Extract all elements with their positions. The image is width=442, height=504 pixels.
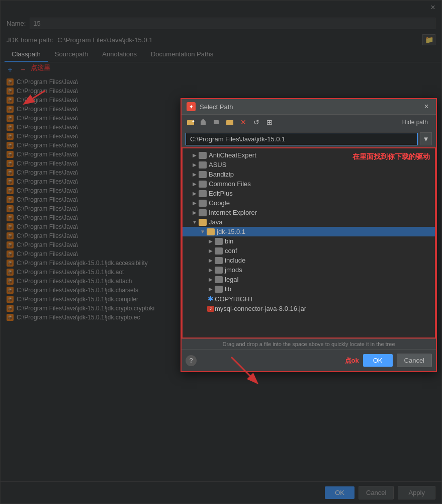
sp-ok-button[interactable]: OK: [363, 354, 393, 367]
tree-arrow-icon: ▶: [191, 152, 199, 158]
folder-icon: [199, 190, 207, 197]
sp-toolbar: + ✕ ↺ ⊞ Hide path: [182, 115, 436, 130]
folder-icon: [215, 276, 223, 283]
sp-reload-button[interactable]: ↺: [251, 117, 262, 128]
tree-arrow-icon: ▶: [191, 191, 199, 196]
sp-hide-path-button[interactable]: Hide path: [398, 118, 432, 127]
tree-item-ie[interactable]: ▶ Internet Explorer: [183, 208, 435, 217]
sp-buttons-row: ? 点ok OK Cancel: [182, 349, 436, 371]
svg-text:+: +: [192, 119, 195, 124]
tree-item-mysql-jar[interactable]: J mysql-connector-java-8.0.16.jar: [183, 304, 435, 313]
folder-icon: [199, 152, 207, 159]
tree-arrow-icon: ▶: [191, 210, 199, 215]
sp-expand-button[interactable]: ⊞: [264, 117, 275, 128]
folder-icon: [215, 247, 223, 255]
folder-icon: [199, 161, 207, 169]
folder-icon: [215, 286, 223, 293]
sp-close-button[interactable]: ×: [422, 102, 431, 111]
sp-delete-button[interactable]: ✕: [238, 117, 249, 128]
folder-icon: [215, 257, 223, 264]
folder-icon: [199, 171, 207, 178]
tree-arrow-icon: ▶: [207, 277, 215, 282]
tree-item-legal[interactable]: ▶ legal: [183, 275, 435, 284]
sp-up-button[interactable]: [199, 117, 210, 128]
sp-file-tree[interactable]: 在里面找到你下载的驱动 ▶ AntiCheatExpert ▶ ASUS ▶ B…: [182, 147, 436, 339]
tree-arrow-expand-icon: ▼: [191, 219, 199, 225]
sp-refresh-button[interactable]: [212, 117, 223, 128]
folder-icon: [207, 228, 215, 235]
sp-path-bar: ▼: [182, 130, 436, 147]
sp-help-button[interactable]: ?: [186, 355, 197, 366]
tree-item-common-files[interactable]: ▶ Common Files: [183, 179, 435, 189]
svg-rect-5: [226, 120, 233, 125]
sp-path-input[interactable]: [186, 133, 418, 145]
sp-open-button[interactable]: [225, 117, 236, 128]
folder-icon: [199, 200, 207, 207]
sp-title-text: Select Path: [200, 103, 418, 111]
sp-path-dropdown-button[interactable]: ▼: [420, 132, 432, 145]
tree-item-editplus[interactable]: ▶ EditPlus: [183, 189, 435, 198]
tree-item-java[interactable]: ▼ Java: [183, 217, 435, 227]
folder-icon: [215, 267, 223, 274]
folder-icon: [199, 219, 207, 226]
tree-item-include[interactable]: ▶ include: [183, 256, 435, 265]
ok-hint-label: 点ok: [345, 356, 359, 365]
tree-arrow-icon: ▶: [207, 267, 215, 273]
folder-icon: [199, 181, 207, 188]
sp-cancel-button[interactable]: Cancel: [397, 354, 432, 367]
select-path-dialog: ✦ Select Path × + ✕ ↺ ⊞ Hide path: [181, 98, 437, 372]
tree-arrow-expand-icon: ▼: [199, 229, 207, 234]
tree-arrow-icon: ▶: [191, 200, 199, 206]
tree-item-copyright[interactable]: ✱ COPYRIGHT: [183, 294, 435, 304]
tree-item-lib[interactable]: ▶ lib: [183, 284, 435, 294]
tree-arrow-icon: ▶: [191, 172, 199, 177]
tree-item-jmods[interactable]: ▶ jmods: [183, 265, 435, 275]
tree-arrow-icon: ▶: [207, 258, 215, 263]
tree-arrow-icon: ▶: [207, 238, 215, 244]
svg-marker-3: [201, 119, 206, 121]
svg-rect-2: [201, 121, 206, 125]
tree-arrow-icon: ▶: [191, 162, 199, 167]
tree-arrow-placeholder: ✱: [207, 295, 215, 303]
tree-arrow-icon: ▶: [191, 181, 199, 187]
folder-icon: [215, 238, 223, 245]
jar-icon: J: [207, 306, 215, 312]
sp-drag-hint: Drag and drop a file into the space abov…: [182, 339, 436, 349]
sp-title-bar: ✦ Select Path ×: [182, 99, 436, 115]
sp-new-folder-button[interactable]: +: [186, 117, 197, 128]
tree-item-jdk[interactable]: ▼ jdk-15.0.1: [183, 227, 435, 236]
tree-item-bandizip[interactable]: ▶ Bandizip: [183, 170, 435, 179]
tree-item-google[interactable]: ▶ Google: [183, 198, 435, 208]
tree-arrow-icon: ▶: [207, 248, 215, 254]
svg-rect-4: [214, 120, 219, 124]
tree-chinese-hint: 在里面找到你下载的驱动: [352, 152, 430, 161]
tree-item-bin[interactable]: ▶ bin: [183, 236, 435, 246]
folder-icon: [199, 209, 207, 216]
tree-item-conf[interactable]: ▶ conf: [183, 246, 435, 256]
sp-dialog-icon: ✦: [187, 102, 196, 111]
tree-arrow-icon: ▶: [207, 286, 215, 292]
select-path-overlay: ✦ Select Path × + ✕ ↺ ⊞ Hide path: [0, 0, 442, 504]
